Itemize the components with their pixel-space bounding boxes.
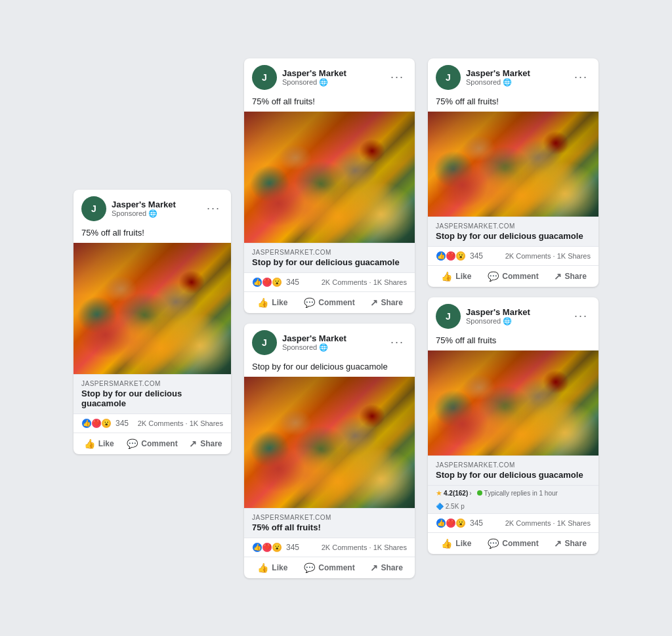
reaction-count: 345 <box>470 519 483 528</box>
globe-icon: 🌐 <box>319 343 328 352</box>
link-title: Stop by for our delicious guacamole <box>436 231 591 241</box>
share-button[interactable]: ↗ Share <box>541 534 598 553</box>
comment-button[interactable]: 💬 Comment <box>485 267 542 286</box>
comment-icon: 💬 <box>304 562 315 573</box>
like-emoji: 👍 <box>252 277 262 287</box>
card-link-area[interactable]: JASPERSMARKET.COM Stop by for our delici… <box>74 374 231 413</box>
heart-emoji: ❤️ <box>262 277 272 287</box>
comment-button[interactable]: 💬 Comment <box>301 293 358 312</box>
card-caption: 75% off all fruits! <box>428 94 598 112</box>
card-link-area[interactable]: JASPERSMARKET.COM Stop by for our delici… <box>244 243 415 272</box>
like-button[interactable]: 👍 Like <box>244 559 301 577</box>
share-icon: ↗ <box>189 438 197 449</box>
like-button[interactable]: 👍 Like <box>74 435 124 453</box>
comment-icon: 💬 <box>304 297 315 308</box>
comment-button[interactable]: 💬 Comment <box>124 435 180 453</box>
link-domain: JASPERSMARKET.COM <box>252 514 407 521</box>
card-stats: 👍 ❤️ 😮 345 2K Comments · 1K Shares <box>244 538 415 557</box>
card-actions: 👍 Like 💬 Comment ↗ Share <box>428 265 598 287</box>
sponsored-label: Sponsored 🌐 <box>466 317 572 326</box>
card-header: J Jasper's Market Sponsored 🌐 ··· <box>428 297 598 333</box>
page-name: Jasper's Market <box>466 307 572 317</box>
page-name: Jasper's Market <box>282 333 388 343</box>
comment-icon: 💬 <box>127 438 138 449</box>
col-mid: J Jasper's Market Sponsored 🌐 ··· 75% of… <box>244 58 415 578</box>
reaction-emojis: 👍 ❤️ 😮 345 <box>436 518 483 528</box>
sponsored-label: Sponsored 🌐 <box>282 78 388 87</box>
ad-card-right-bottom: J Jasper's Market Sponsored 🌐 ··· 75% of… <box>428 297 598 554</box>
header-info: Jasper's Market Sponsored 🌐 <box>112 200 204 218</box>
like-icon: 👍 <box>441 271 452 282</box>
share-icon: ↗ <box>554 271 562 282</box>
more-button[interactable]: ··· <box>204 201 223 215</box>
reaction-count: 345 <box>116 419 129 428</box>
reaction-count: 345 <box>286 278 299 287</box>
card-actions: 👍 Like 💬 Comment ↗ Share <box>74 433 231 454</box>
card-header: J Jasper's Market Sponsored 🌐 ··· <box>428 58 598 94</box>
card-actions: 👍 Like 💬 Comment ↗ Share <box>244 557 415 578</box>
reply-info: Typically replies in 1 hour <box>477 490 558 497</box>
svg-text:J: J <box>262 337 267 348</box>
share-icon: ↗ <box>554 538 562 549</box>
share-button[interactable]: ↗ Share <box>541 267 598 286</box>
avatar: J <box>81 196 106 221</box>
link-domain: JASPERSMARKET.COM <box>252 249 407 256</box>
like-emoji: 👍 <box>436 251 446 261</box>
reaction-emojis: 👍 ❤️ 😮 345 <box>252 542 299 553</box>
card-link-area[interactable]: JASPERSMARKET.COM 75% off all fruits! <box>244 508 415 538</box>
link-title: Stop by for our delicious guacamole <box>252 257 407 267</box>
col-left: J Jasper's Market Sponsored 🌐 ··· 75% of… <box>74 58 231 454</box>
card-caption: 75% off all fruits! <box>244 94 415 112</box>
rating-row: ★ 4.2(162) › Typically replies in 1 hour… <box>428 485 598 513</box>
stats-right: 2K Comments · 1K Shares <box>505 519 591 527</box>
online-indicator <box>477 490 482 496</box>
wow-emoji: 😮 <box>455 518 466 528</box>
link-title: Stop by for our delicious guacamole <box>81 389 223 408</box>
avatar: J <box>436 65 461 90</box>
share-button[interactable]: ↗ Share <box>358 293 415 312</box>
card-header: J Jasper's Market Sponsored 🌐 ··· <box>244 324 415 359</box>
globe-icon: 🌐 <box>503 317 512 326</box>
card-actions: 👍 Like 💬 Comment ↗ Share <box>428 532 598 554</box>
heart-emoji: ❤️ <box>446 251 456 261</box>
comment-icon: 💬 <box>488 271 499 282</box>
card-link-area[interactable]: JASPERSMARKET.COM Stop by for our delici… <box>428 217 598 246</box>
more-button[interactable]: ··· <box>572 70 591 84</box>
like-emoji: 👍 <box>252 542 262 553</box>
like-button[interactable]: 👍 Like <box>428 534 485 553</box>
ad-card-small: J Jasper's Market Sponsored 🌐 ··· 75% of… <box>74 190 231 454</box>
reaction-count: 345 <box>470 251 483 261</box>
like-button[interactable]: 👍 Like <box>428 267 485 286</box>
card-link-area[interactable]: JASPERSMARKET.COM Stop by for our delici… <box>428 456 598 485</box>
fruit-image <box>244 112 415 243</box>
comment-button[interactable]: 💬 Comment <box>301 559 358 577</box>
like-button[interactable]: 👍 Like <box>244 293 301 312</box>
more-button[interactable]: ··· <box>388 70 407 84</box>
wow-emoji: 😮 <box>101 418 112 429</box>
col-right: J Jasper's Market Sponsored 🌐 ··· 75% of… <box>428 58 598 554</box>
more-button[interactable]: ··· <box>388 335 407 349</box>
heart-emoji: ❤️ <box>446 518 456 528</box>
svg-text:J: J <box>91 203 96 214</box>
more-button[interactable]: ··· <box>572 309 591 323</box>
card-actions: 👍 Like 💬 Comment ↗ Share <box>244 291 415 313</box>
share-button[interactable]: ↗ Share <box>180 435 231 453</box>
sponsored-label: Sponsored 🌐 <box>112 209 204 218</box>
card-stats: 👍 ❤️ 😮 345 2K Comments · 1K Shares <box>244 272 415 291</box>
globe-icon: 🌐 <box>503 78 512 87</box>
link-title: Stop by for our delicious guacamole <box>436 470 591 480</box>
comment-button[interactable]: 💬 Comment <box>485 534 542 553</box>
reaction-emojis: 👍 ❤️ 😮 345 <box>436 251 483 261</box>
link-domain: JASPERSMARKET.COM <box>436 223 591 230</box>
card-stats: 👍 ❤️ 😮 345 2K Comments · 1K Shares <box>428 246 598 265</box>
sponsored-label: Sponsored 🌐 <box>466 78 572 87</box>
share-button[interactable]: ↗ Share <box>358 559 415 577</box>
rating-stars: ★ 4.2(162) › <box>436 489 472 498</box>
comment-icon: 💬 <box>488 538 499 549</box>
like-emoji: 👍 <box>436 518 446 528</box>
like-icon: 👍 <box>84 438 95 449</box>
ad-card-mid-top: J Jasper's Market Sponsored 🌐 ··· 75% of… <box>244 58 415 313</box>
reaction-emojis: 👍 ❤️ 😮 345 <box>81 418 129 429</box>
link-title: 75% off all fruits! <box>252 522 407 532</box>
main-layout: J Jasper's Market Sponsored 🌐 ··· 75% of… <box>74 58 598 578</box>
